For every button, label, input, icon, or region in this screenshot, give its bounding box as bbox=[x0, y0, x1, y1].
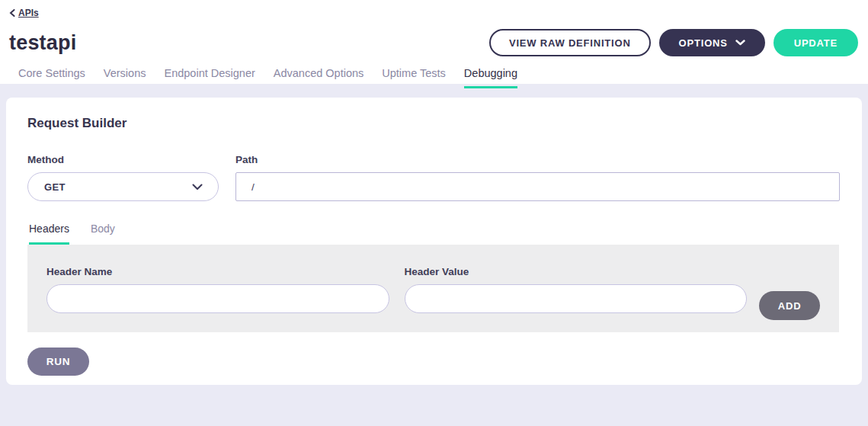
chevron-down-icon bbox=[735, 40, 745, 46]
header-name-input[interactable] bbox=[46, 284, 389, 313]
request-builder-title: Request Builder bbox=[27, 116, 840, 131]
header-value-label: Header Value bbox=[405, 266, 748, 277]
chevron-down-icon bbox=[192, 184, 203, 191]
options-button[interactable]: OPTIONS bbox=[659, 29, 765, 56]
path-input[interactable] bbox=[235, 172, 840, 201]
breadcrumb-label: APIs bbox=[18, 8, 39, 18]
tab-advanced-options[interactable]: Advanced Options bbox=[274, 67, 364, 88]
request-sub-tabs: Headers Body bbox=[27, 223, 840, 245]
method-field: Method GET bbox=[27, 154, 219, 201]
method-select-value: GET bbox=[44, 181, 66, 193]
header-name-field: Header Name bbox=[46, 266, 389, 332]
title-row: testapi VIEW RAW DEFINITION OPTIONS UPDA… bbox=[9, 29, 859, 56]
path-field: Path bbox=[235, 154, 840, 201]
method-select[interactable]: GET bbox=[27, 172, 219, 201]
headers-panel: Header Name Header Value ADD bbox=[27, 245, 839, 332]
header-actions: VIEW RAW DEFINITION OPTIONS UPDATE bbox=[489, 29, 859, 56]
page-background: Request Builder Method GET Path Headers … bbox=[0, 84, 868, 426]
update-button[interactable]: UPDATE bbox=[774, 29, 858, 56]
options-button-label: OPTIONS bbox=[679, 37, 728, 49]
tab-body[interactable]: Body bbox=[91, 223, 115, 245]
chevron-left-icon bbox=[9, 9, 15, 17]
method-path-row: Method GET Path bbox=[27, 154, 840, 201]
page-title: testapi bbox=[9, 31, 76, 55]
path-label: Path bbox=[235, 154, 840, 165]
tab-versions[interactable]: Versions bbox=[104, 67, 146, 88]
tab-debugging[interactable]: Debugging bbox=[464, 67, 517, 88]
page-header: APIs testapi VIEW RAW DEFINITION OPTIONS… bbox=[0, 0, 868, 84]
breadcrumb-apis-link[interactable]: APIs bbox=[9, 8, 39, 18]
header-value-input[interactable] bbox=[405, 284, 748, 313]
tab-headers[interactable]: Headers bbox=[29, 223, 69, 245]
tab-core-settings[interactable]: Core Settings bbox=[18, 67, 85, 88]
view-raw-definition-button[interactable]: VIEW RAW DEFINITION bbox=[489, 29, 651, 56]
add-header-button[interactable]: ADD bbox=[759, 291, 820, 320]
run-button[interactable]: RUN bbox=[27, 348, 89, 376]
method-label: Method bbox=[27, 154, 219, 165]
header-name-label: Header Name bbox=[46, 266, 389, 277]
request-builder-card: Request Builder Method GET Path Headers … bbox=[6, 98, 862, 385]
header-value-field: Header Value bbox=[405, 266, 748, 332]
tab-endpoint-designer[interactable]: Endpoint Designer bbox=[164, 67, 255, 88]
tab-uptime-tests[interactable]: Uptime Tests bbox=[382, 67, 446, 88]
